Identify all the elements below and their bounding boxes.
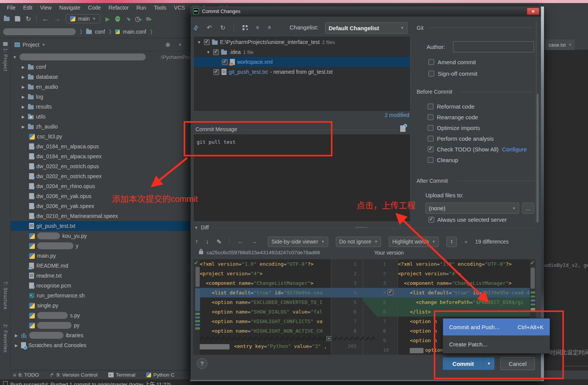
option-row-perform[interactable]: Perform code analysis xyxy=(428,133,537,144)
project-tree-item-py[interactable]: py xyxy=(11,320,190,330)
more-chevrons[interactable]: » xyxy=(464,239,467,245)
profiler-icon[interactable]: ◷▶ xyxy=(135,16,140,22)
project-tree-item[interactable]: ▼:\PycharmPro xyxy=(11,52,190,62)
highlight-dropdown[interactable]: Highlight words▼ xyxy=(389,237,439,247)
tree-expanded-arrow-icon[interactable]: ▼ xyxy=(12,55,17,59)
project-tree-item-y[interactable]: y xyxy=(11,241,190,251)
option-row-cleanup[interactable]: Cleanup xyxy=(428,154,537,165)
cleanup-checkbox[interactable] xyxy=(428,157,433,163)
sign-off-checkbox[interactable] xyxy=(428,71,434,76)
help-button[interactable]: ? xyxy=(197,358,207,369)
tab-case-txt[interactable]: case.txt × xyxy=(546,39,575,50)
menu-item-code[interactable]: Code xyxy=(84,3,104,12)
project-tree-item-kou_yu.py[interactable]: kou_yu.py xyxy=(11,231,190,241)
option-row-optimize[interactable]: Optimize imports xyxy=(428,122,537,133)
diff-section-header[interactable]: ▼ Diff xyxy=(194,224,209,231)
tree-collapsed-arrow-icon[interactable]: ▶ xyxy=(21,125,26,129)
check-checkbox[interactable] xyxy=(428,146,433,152)
tree-collapsed-arrow-icon[interactable]: ▶ xyxy=(21,75,26,79)
project-tree-item-run_performance.sh[interactable]: >_run_performance.sh xyxy=(11,291,190,301)
reformat-checkbox[interactable] xyxy=(428,104,433,109)
commit-dropdown-arrow[interactable]: ▼ xyxy=(483,357,495,370)
option-row-rearrange[interactable]: Rearrange code xyxy=(428,112,537,122)
amend-checkbox[interactable] xyxy=(428,59,434,65)
coverage-icon[interactable]: ◔▶ xyxy=(125,16,129,22)
concurrency-icon[interactable]: ≡▶ xyxy=(146,16,150,22)
statusbar-vcs-button[interactable]: ↱9: Version Control xyxy=(50,372,98,378)
project-tree-item-dw_0204_en_rhino.opus[interactable]: dw_0204_en_rhino.opus xyxy=(11,181,190,191)
project-tree-item-main.py[interactable]: main.py xyxy=(11,251,190,261)
expand-fold-button[interactable]: + xyxy=(326,336,331,341)
open-icon[interactable] xyxy=(4,17,10,21)
tree-collapsed-arrow-icon[interactable]: ▶ xyxy=(21,65,26,69)
changelist-dropdown[interactable]: Default Changelist ▼ xyxy=(325,22,407,34)
menu-item-file[interactable]: File xyxy=(3,3,20,12)
commit-tree-item-workspace.xml[interactable]: workspace.xml xyxy=(194,57,410,67)
collapsed-region[interactable] xyxy=(200,336,377,341)
breadcrumb-item-conf[interactable]: conf xyxy=(95,29,105,35)
save-icon[interactable] xyxy=(15,16,20,21)
project-tree-item-results[interactable]: ▶results xyxy=(11,102,190,112)
locate-icon[interactable]: ⊕ xyxy=(165,41,170,48)
include-change-checkbox[interactable] xyxy=(388,289,393,295)
project-tree-item-database[interactable]: ▶database xyxy=(11,72,190,82)
menu-item-run[interactable]: Run xyxy=(132,3,150,12)
always-use-server-checkbox[interactable] xyxy=(428,217,434,223)
splitter-dots[interactable]: •••••• xyxy=(356,226,368,229)
popup-item-commit-and-push[interactable]: Commit and Push...Ctrl+Alt+K xyxy=(443,318,550,335)
tree-collapsed-arrow-icon[interactable]: ▶ xyxy=(14,333,19,338)
apply-left-icon[interactable]: ← xyxy=(237,238,243,245)
project-tree-item-Scratches and Consoles[interactable]: ▶Scratches and Consoles xyxy=(11,340,190,350)
whitespace-dropdown[interactable]: Do not ignore▼ xyxy=(336,237,381,247)
apply-right-icon[interactable]: → xyxy=(251,238,257,245)
include-checkbox[interactable] xyxy=(204,39,210,45)
menu-item-vcs[interactable]: VCS xyxy=(170,3,189,12)
menu-item-navigate[interactable]: Navigate xyxy=(55,3,84,12)
chevron-down-icon[interactable]: ▼ xyxy=(42,43,46,47)
expand-all-icon[interactable]: » xyxy=(255,26,262,29)
statusbar-terminal-button[interactable]: >_Terminal xyxy=(108,372,135,378)
project-tree-item-single.py[interactable]: single.py xyxy=(11,301,190,310)
upload-server-dropdown[interactable]: (none) ▼ xyxy=(425,203,519,214)
always-use-server-row[interactable]: Always use selected server xyxy=(428,217,539,223)
cancel-button[interactable]: Cancel xyxy=(500,357,535,370)
tree-collapsed-arrow-icon[interactable]: ▶ xyxy=(14,343,19,348)
project-tree-item-conf[interactable]: ▶conf xyxy=(11,62,190,72)
close-icon[interactable]: × xyxy=(569,42,572,47)
project-tree-item-log[interactable]: ▶log xyxy=(11,92,190,102)
menu-item-refactor[interactable]: Refactor xyxy=(105,3,133,12)
project-tree-item-recognise.pcm[interactable]: recognise.pcm xyxy=(11,281,190,291)
annotate-icon[interactable]: ✎ xyxy=(217,238,222,245)
stripe-project-button[interactable]: 1: Project xyxy=(3,48,8,71)
splitter-dots[interactable]: •••••• xyxy=(294,120,306,124)
debug-icon[interactable] xyxy=(115,16,120,22)
sync-icon[interactable]: ↻ xyxy=(26,16,31,22)
group-by-icon[interactable] xyxy=(243,25,248,30)
rollback-icon[interactable]: ↶ xyxy=(207,24,212,31)
collapse-all-icon[interactable]: « xyxy=(178,43,183,46)
tree-collapsed-arrow-icon[interactable]: ▶ xyxy=(21,105,26,109)
run-config-selector[interactable]: main ▼ xyxy=(66,14,100,23)
tree-collapsed-arrow-icon[interactable]: ▶ xyxy=(21,85,26,89)
commit-button[interactable]: Commit xyxy=(443,357,483,370)
include-checkbox[interactable] xyxy=(213,69,219,75)
refresh-icon[interactable]: ↻ xyxy=(220,24,225,31)
project-tree-item-README.md[interactable]: README.md xyxy=(11,261,190,271)
include-checkbox[interactable] xyxy=(222,59,228,65)
option-row-amend[interactable]: Amend commit xyxy=(428,56,536,68)
run-icon[interactable]: ▶ xyxy=(106,16,110,22)
forward-icon[interactable]: → xyxy=(54,16,60,22)
project-tree-item-dw_0202_en_ostrich.opus[interactable]: dw_0202_en_ostrich.opus xyxy=(11,161,190,171)
statusbar-python-button[interactable]: Python C xyxy=(146,372,175,378)
option-row-check[interactable]: Check TODO (Show All)Configure xyxy=(428,144,537,154)
tree-expanded-arrow-icon[interactable]: ▼ xyxy=(197,40,202,44)
commit-tree-item-.idea[interactable]: ▼.idea1 file xyxy=(194,47,410,57)
stripe-favorites-button[interactable]: 2: Favorites xyxy=(3,324,8,353)
perform-checkbox[interactable] xyxy=(428,136,433,141)
browse-server-button[interactable]: ... xyxy=(522,203,534,214)
optimize-checkbox[interactable] xyxy=(428,125,433,131)
next-difference-icon[interactable]: ↓ xyxy=(206,238,209,245)
commit-tree-item-git_push_test.txt[interactable]: git_push_test.txt - renamed from git_tes… xyxy=(194,67,410,77)
project-tree-item-dw_0210_en_Marineanimal.speex[interactable]: dw_0210_en_Marineanimal.speex xyxy=(11,211,190,221)
dialog-close-button[interactable]: × xyxy=(527,8,539,15)
